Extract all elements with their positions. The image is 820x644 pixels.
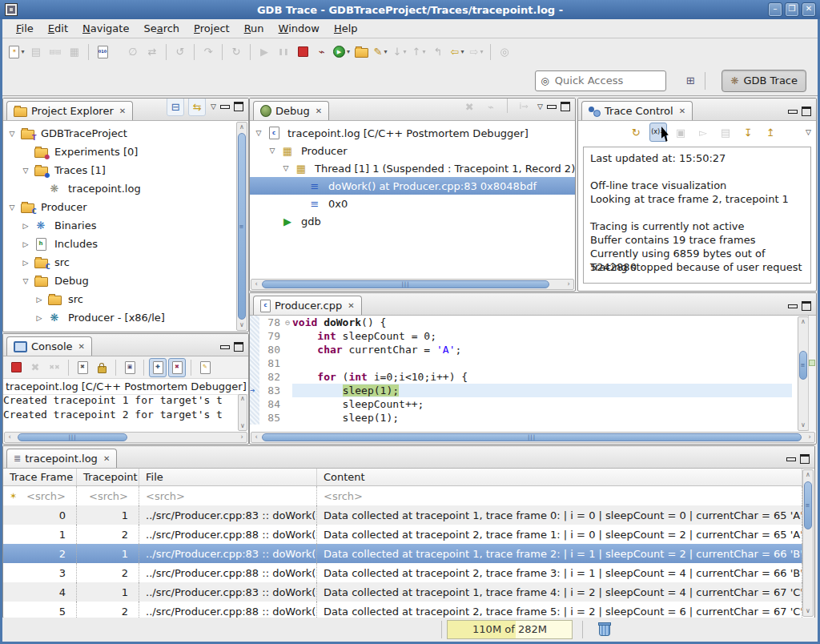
- table-vscrollbar[interactable]: ∧ ≡ ∨: [802, 469, 814, 617]
- editor-hscrollbar[interactable]: ‹ ||| ›: [251, 432, 815, 443]
- dropdown-arrow-icon[interactable]: ▾: [422, 48, 425, 55]
- menu-project[interactable]: Project: [187, 21, 237, 36]
- scroll-up-icon[interactable]: ∧: [798, 317, 808, 327]
- clear-console-icon[interactable]: ✖: [74, 358, 91, 377]
- search-marker-icon[interactable]: ✎▾: [372, 42, 389, 62]
- scroll-down-icon[interactable]: ∨: [803, 606, 813, 616]
- scroll-right-icon[interactable]: ›: [805, 433, 814, 442]
- table-row[interactable]: 32../src/Producer.cpp:88 :: doWork()Data…: [3, 563, 802, 582]
- tab-console[interactable]: Console ✕: [6, 336, 92, 356]
- menu-file[interactable]: File: [9, 21, 41, 36]
- tab-project-explorer[interactable]: Project Explorer ✕: [6, 101, 133, 120]
- link-with-editor-icon[interactable]: ⇆: [188, 98, 206, 116]
- tree-expander-icon[interactable]: ▽: [267, 147, 278, 155]
- tree-item[interactable]: ▷src: [3, 290, 236, 308]
- close-tab-icon[interactable]: ✕: [119, 107, 126, 115]
- scroll-thumb[interactable]: ≡: [804, 481, 812, 529]
- column-header[interactable]: Content: [317, 469, 802, 485]
- scroll-down-icon[interactable]: ∨: [238, 421, 247, 431]
- menu-navigate[interactable]: Navigate: [75, 21, 136, 36]
- dropdown-arrow-icon[interactable]: ▾: [347, 48, 350, 55]
- tree-expander-icon[interactable]: ▽: [280, 164, 291, 172]
- menu-help[interactable]: Help: [327, 21, 365, 36]
- code-line[interactable]: ➔83 sleep(1);: [250, 384, 792, 397]
- tab-tracepoint-log[interactable]: ≣ tracepoint.log ✕: [6, 449, 117, 468]
- close-tab-icon[interactable]: ✕: [78, 342, 85, 351]
- tree-item[interactable]: ▽TGDBTraceProject: [3, 124, 236, 143]
- tree-item[interactable]: ▷Csrc: [3, 253, 236, 272]
- column-header[interactable]: Trace Frame: [3, 469, 77, 485]
- maximize-view-icon[interactable]: [802, 301, 811, 311]
- tree-expander-icon[interactable]: ▽: [20, 167, 31, 175]
- minimize-view-icon[interactable]: [220, 345, 230, 349]
- scroll-right-icon[interactable]: ›: [564, 280, 573, 289]
- tree-expander-icon[interactable]: ▷: [34, 296, 45, 304]
- scroll-lock-icon[interactable]: [93, 358, 111, 377]
- scroll-thumb[interactable]: |||: [262, 280, 549, 288]
- tab-debug[interactable]: Debug ✕: [253, 101, 329, 120]
- close-tab-icon[interactable]: ✕: [103, 454, 110, 463]
- table-filter-row[interactable]: ✶<srch><srch><srch><srch>: [3, 486, 802, 505]
- scroll-thumb[interactable]: |||: [18, 433, 127, 441]
- console-hscrollbar[interactable]: ‹ ||| ›: [4, 432, 247, 443]
- minimize-view-icon[interactable]: [788, 110, 798, 114]
- scroll-up-icon[interactable]: ∧: [803, 470, 813, 480]
- dropdown-arrow-icon[interactable]: ▾: [403, 48, 406, 55]
- console-output[interactable]: Created tracepoint 1 for target's tCreat…: [3, 393, 238, 432]
- project-explorer-vscrollbar[interactable]: ∧ ≡ ∨: [236, 122, 247, 331]
- scroll-thumb[interactable]: ≡: [238, 133, 246, 320]
- close-tab-icon[interactable]: ✕: [679, 107, 685, 115]
- tree-expander-icon[interactable]: ▷: [34, 314, 45, 322]
- table-row[interactable]: 52../src/Producer.cpp:88 :: doWork()Data…: [3, 602, 802, 618]
- code-line[interactable]: 85 sleep(1);: [250, 411, 792, 425]
- minimize-view-icon[interactable]: [547, 105, 557, 109]
- minimize-view-icon[interactable]: [788, 304, 798, 308]
- open-console-icon[interactable]: ✎: [196, 358, 214, 377]
- tab-producer-cpp[interactable]: c Producer.cpp ✕: [253, 296, 362, 315]
- scroll-up-icon[interactable]: ∧: [237, 123, 247, 132]
- scroll-up-icon[interactable]: ∧: [238, 394, 247, 404]
- close-button[interactable]: ✕: [802, 2, 816, 17]
- menu-window[interactable]: Window: [271, 21, 327, 36]
- open-folder-icon[interactable]: [352, 42, 370, 62]
- new-wizard-icon[interactable]: ✶▾: [8, 42, 26, 62]
- console-vscrollbar[interactable]: ∧ ∨: [238, 394, 247, 431]
- tree-item[interactable]: ≡doWork() at Producer.cpp:83 0x8048bdf: [250, 177, 575, 195]
- disconnect-icon[interactable]: ⌁: [313, 42, 331, 62]
- tree-item[interactable]: ●Experiments [0]: [3, 143, 236, 161]
- tree-item[interactable]: ▽●Traces [1]: [3, 161, 236, 179]
- menu-run[interactable]: Run: [237, 21, 271, 36]
- gdb-trace-perspective-button[interactable]: ❋ GDB Trace: [722, 70, 806, 92]
- terminate-icon[interactable]: [294, 42, 312, 62]
- debug-hscrollbar[interactable]: ‹ ||| ›: [251, 279, 574, 290]
- filter-cell[interactable]: <srch>: [317, 486, 802, 505]
- back-icon[interactable]: ⇦▾: [448, 42, 466, 62]
- tree-item[interactable]: ▽▦Producer: [250, 142, 575, 159]
- menu-edit[interactable]: Edit: [41, 21, 75, 36]
- collapse-all-icon[interactable]: ⊟: [167, 98, 184, 116]
- code-editor[interactable]: 78⊖void doWork() {79 int sleepCount = 0;…: [250, 316, 792, 431]
- tree-item[interactable]: ▷hIncludes: [3, 235, 236, 253]
- tab-trace-control[interactable]: Trace Control ✕: [581, 101, 693, 120]
- menu-search[interactable]: Search: [136, 21, 187, 36]
- scroll-left-icon[interactable]: ‹: [5, 433, 14, 442]
- close-tab-icon[interactable]: ✕: [348, 301, 354, 310]
- tree-expander-icon[interactable]: ▽: [6, 130, 18, 138]
- tree-item[interactable]: ▽▦Thread [1] 1 (Suspended : Tracepoint 1…: [250, 159, 575, 177]
- open-perspective-icon[interactable]: ⊞: [681, 71, 699, 91]
- tree-item[interactable]: ▶gdb: [250, 212, 575, 230]
- run-icon[interactable]: ▶▾: [332, 42, 351, 62]
- code-line[interactable]: 78⊖void doWork() {: [250, 316, 792, 329]
- tree-expander-icon[interactable]: ▷: [20, 259, 31, 267]
- minimize-view-icon[interactable]: [786, 457, 796, 461]
- new-binary-file-icon[interactable]: 010: [94, 42, 111, 62]
- maximize-button[interactable]: ❐: [785, 2, 799, 17]
- refresh-trace-icon[interactable]: ↻: [627, 123, 645, 142]
- code-line[interactable]: 80 char currentChar = 'A';: [250, 343, 792, 356]
- code-line[interactable]: 82 for (int i=0;i<10;i++) {: [250, 370, 792, 384]
- next-trace-record-icon[interactable]: ↧: [739, 123, 757, 142]
- tree-item[interactable]: ▽Debug: [3, 272, 236, 290]
- dropdown-arrow-icon[interactable]: ▾: [384, 48, 387, 55]
- quick-access-input[interactable]: [553, 74, 645, 87]
- table-row[interactable]: 21../src/Producer.cpp:83 :: doWork()Data…: [3, 544, 802, 563]
